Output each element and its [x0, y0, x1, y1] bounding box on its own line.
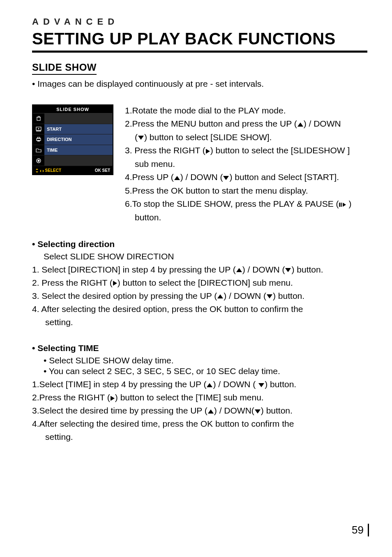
- down-arrow-icon: [285, 268, 291, 273]
- lcd-row-blank: [44, 113, 113, 124]
- slideshow-heading: SLIDE SHOW: [32, 62, 97, 75]
- svg-marker-23: [113, 281, 117, 286]
- d1-b: ) / DOWN (: [242, 265, 285, 274]
- step-6-text-a: 6.To stop the SLIDE SHOW, press the PLAY…: [125, 199, 339, 208]
- step-1: 1.Rotate the mode dial to the PLAY mode.: [125, 104, 351, 117]
- svg-marker-10: [36, 171, 38, 173]
- up-arrow-icon: [208, 409, 214, 414]
- svg-marker-29: [208, 409, 214, 414]
- t1-c: ) button.: [265, 379, 296, 389]
- direction-step-4b: setting.: [32, 316, 367, 329]
- t1-a: 1.Select [TIME] in step 4 by pressing th…: [32, 379, 206, 389]
- svg-marker-9: [36, 169, 38, 170]
- manual-page: ADVANCED SETTING UP PLAY BACK FUNCTIONS …: [0, 0, 392, 557]
- step-4-text-b: ) / DOWN (: [180, 172, 223, 182]
- t3-a: 3.Select the desired time by pressing th…: [32, 406, 208, 415]
- svg-point-8: [38, 159, 40, 162]
- svg-marker-25: [267, 294, 272, 298]
- step-6-line1: 6.To stop the SLIDE SHOW, press the PLAY…: [125, 198, 351, 210]
- d3-a: 3. Select the desired option by pressing…: [32, 291, 217, 300]
- d1-a: 1. Select [DIRECTION] in step 4 by press…: [32, 265, 236, 274]
- step-4: 4.Press UP () / DOWN () button and Selec…: [125, 171, 351, 183]
- time-note-1: • Select SLIDE SHOW delay time.: [44, 356, 367, 365]
- time-step-4a: 4.After selecting the desired time, pres…: [32, 417, 367, 430]
- step-2-line2: () button to select [SLIDE SHOW].: [125, 131, 351, 143]
- time-step-3: 3.Select the desired time by pressing th…: [32, 404, 367, 417]
- lcd-body: START DIRECTION TIME: [33, 113, 113, 166]
- step-2-text-d: ) button to select [SLIDE SHOW].: [144, 132, 272, 142]
- time-step-1: 1.Select [TIME] in step 4 by pressing th…: [32, 378, 367, 391]
- right-arrow-icon: [205, 148, 210, 154]
- d3-c: ) button.: [273, 291, 304, 300]
- t3-b: ) / DOWN(: [214, 406, 254, 415]
- step-6-text-b: ): [348, 199, 351, 208]
- step-4-text-a: 4.Press UP (: [125, 172, 174, 182]
- step-2-text-b: ) / DOWN: [304, 119, 341, 128]
- lcd-title: SLIDE SHOW: [33, 105, 113, 113]
- step-3-line2: sub menu.: [125, 158, 351, 170]
- slideshow-steps: 1.Rotate the mode dial to the PLAY mode.…: [125, 104, 351, 224]
- step-3-text-b: ) button to select the [SLIDESHOW ]: [210, 146, 350, 155]
- svg-marker-13: [297, 122, 303, 127]
- up-arrow-icon: [174, 176, 180, 180]
- svg-marker-20: [343, 203, 346, 207]
- step-3-text-a: 3. Press the RIGHT (: [125, 146, 205, 155]
- svg-marker-24: [217, 294, 223, 298]
- direction-step-1: 1. Select [DIRECTION] in step 4 by press…: [32, 263, 367, 276]
- svg-marker-21: [236, 268, 242, 272]
- record-icon: [33, 155, 44, 166]
- time-note-2: • You can select 2 SEC, 3 SEC, 5 SEC, or…: [44, 366, 367, 376]
- d3-b: ) / DOWN (: [224, 291, 266, 300]
- step-2-text-a: 2.Press the MENU button and press the UP…: [125, 119, 297, 128]
- svg-marker-26: [207, 383, 212, 387]
- svg-marker-2: [38, 128, 39, 129]
- time-heading: • Selecting TIME: [32, 343, 367, 353]
- step-2-text-c: (: [135, 132, 138, 142]
- svg-marker-28: [111, 396, 115, 401]
- up-arrow-icon: [236, 268, 242, 273]
- time-section: • Selecting TIME • Select SLIDE SHOW del…: [32, 343, 367, 444]
- lcd-row-direction: DIRECTION: [44, 134, 113, 145]
- lcd-footer: SELECT OK SET: [33, 166, 113, 174]
- d2-b: ) button to select the [DIRECTION] sub m…: [118, 278, 293, 287]
- time-step-4b: setting.: [32, 430, 367, 444]
- svg-rect-0: [37, 117, 40, 120]
- svg-marker-22: [285, 268, 291, 272]
- direction-note: Select SLIDE SHOW DIRECTION: [44, 252, 367, 261]
- lcd-row-time: TIME: [44, 145, 113, 156]
- direction-section: • Selecting direction Select SLIDE SHOW …: [32, 239, 367, 329]
- down-arrow-icon: [223, 176, 229, 180]
- lcd-select-label: SELECT: [45, 168, 61, 173]
- d1-c: ) button.: [291, 265, 323, 274]
- print-icon: [33, 134, 44, 145]
- step-5: 5.Press the OK button to start the menu …: [125, 185, 351, 197]
- right-arrow-icon: [110, 395, 115, 401]
- d2-a: 2. Press the RIGHT (: [32, 278, 113, 287]
- lcd-rows: START DIRECTION TIME: [44, 113, 113, 166]
- direction-step-4a: 4. After selecting the desired option, p…: [32, 303, 367, 316]
- svg-rect-18: [339, 203, 340, 207]
- time-step-2: 2.Press the RIGHT () button to select th…: [32, 391, 367, 404]
- direction-steps: 1. Select [DIRECTION] in step 4 by press…: [32, 263, 367, 329]
- slideshow-main-row: SLIDE SHOW START DIRECTION TIME: [32, 104, 367, 224]
- svg-marker-14: [138, 136, 144, 140]
- play-pause-icon: [339, 202, 346, 207]
- svg-rect-3: [36, 131, 41, 132]
- svg-rect-5: [37, 137, 40, 139]
- direction-heading: • Selecting direction: [32, 239, 367, 249]
- direction-step-2: 2. Press the RIGHT () button to select t…: [32, 276, 367, 289]
- svg-rect-6: [37, 140, 40, 141]
- slideshow-icon: [33, 124, 44, 135]
- down-arrow-icon: [138, 135, 144, 140]
- svg-marker-30: [255, 409, 261, 414]
- section-label: ADVANCED: [32, 16, 367, 27]
- time-steps: 1.Select [TIME] in step 4 by pressing th…: [32, 378, 367, 444]
- step-2-line1: 2.Press the MENU button and press the UP…: [125, 118, 351, 130]
- svg-marker-15: [206, 149, 210, 154]
- page-number: 59: [352, 524, 369, 536]
- delete-icon: [33, 113, 44, 124]
- step-3-line1: 3. Press the RIGHT () button to select t…: [125, 144, 351, 157]
- up-arrow-icon: [297, 122, 304, 127]
- folder-icon: [33, 145, 44, 156]
- svg-rect-19: [341, 203, 342, 207]
